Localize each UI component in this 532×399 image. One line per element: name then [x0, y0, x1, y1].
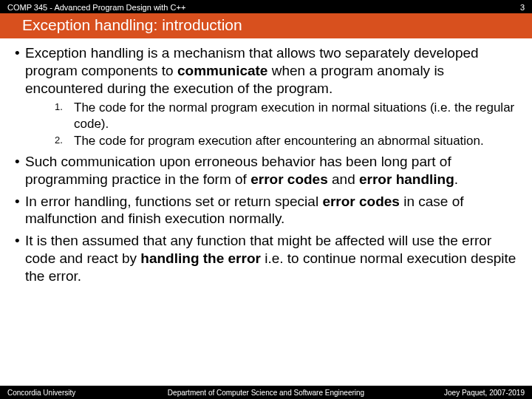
footer-left: Concordia University [7, 389, 75, 397]
slide: COMP 345 - Advanced Program Design with … [0, 0, 532, 399]
slide-title: Exception handling: introduction [0, 13, 532, 38]
text-strong: error codes [322, 194, 400, 209]
sub-bullet-2: The code for program execution after enc… [55, 133, 517, 149]
bullet-4: It is then assumed that any function tha… [15, 232, 517, 284]
course-label: COMP 345 - Advanced Program Design with … [7, 3, 185, 12]
text: In error handling, functions set or retu… [25, 194, 322, 209]
bullet-1: Exception handling is a mechanism that a… [15, 44, 517, 149]
text-strong: communicate [177, 63, 267, 78]
text: . [454, 171, 458, 187]
footer-center: Department of Computer Science and Softw… [168, 389, 364, 397]
slide-body: Exception handling is a mechanism that a… [0, 38, 532, 399]
bullet-2: Such communication upon erroneous behavi… [15, 153, 517, 188]
page-number: 3 [520, 3, 525, 12]
text-strong: handling the error [140, 250, 261, 266]
text: and [328, 171, 359, 187]
bullet-3: In error handling, functions set or retu… [15, 193, 517, 228]
text-strong: error codes [250, 171, 328, 187]
top-bar: COMP 345 - Advanced Program Design with … [0, 0, 532, 13]
sub-bullet-1: The code for the normal program executio… [55, 100, 517, 132]
footer: Concordia University Department of Compu… [0, 386, 532, 399]
text-strong: error handling [359, 171, 454, 187]
footer-right: Joey Paquet, 2007-2019 [444, 389, 525, 397]
